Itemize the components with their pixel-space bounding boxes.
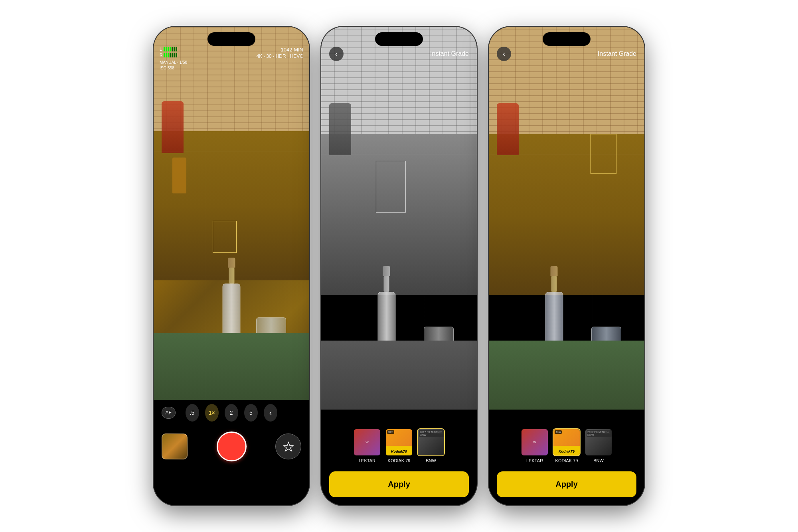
filter-kodiak-warm[interactable]: film Kodiak79 KODIAK 79 [553, 428, 581, 463]
camera-controls: AF .5 1× 2 5 ‹ [154, 400, 309, 505]
camera-screen: L R [154, 27, 309, 505]
kodiak-text-bw: Kodiak79 [391, 449, 407, 453]
phone-filter-warm: ‹ Instant Grade W LEKTAR film [489, 27, 644, 505]
filter-bnw-bw[interactable]: BNW 709 2017 FILM 60 BNW BNW [417, 428, 445, 463]
instant-grade-title-warm: Instant Grade [598, 50, 636, 57]
battery-label: 1042 MIN [257, 47, 303, 53]
bnw-detail-bw: 2017 FILM 60 BNW [419, 430, 444, 437]
meter-bar-dim [170, 53, 171, 57]
bw-scene [321, 27, 477, 410]
meter-label-l: L [160, 47, 163, 51]
filter-header-warm: ‹ Instant Grade [489, 47, 644, 61]
lektar-label-bw: LEKTAR [359, 458, 375, 463]
meter-bar [168, 47, 169, 51]
back-button-warm[interactable]: ‹ [497, 47, 511, 61]
lektar-icon-warm: W [533, 440, 536, 444]
instant-grade-title-bw: Instant Grade [430, 50, 469, 57]
meter-bar-dim [174, 47, 175, 51]
meter-bar [164, 47, 165, 51]
back-button-bw[interactable]: ‹ [329, 47, 344, 61]
filter-screen-bw: ‹ Instant Grade W LEKTAR film [321, 27, 477, 505]
bnw-bg-warm: BNW 709 2017 FILM 60 BNW [585, 429, 612, 455]
kodiak-text-warm: Kodiak79 [559, 449, 575, 453]
zoom-2-button[interactable]: 2 [225, 404, 238, 422]
top-right-info: 1042 MIN 4K · 30 · HDR · HEVC [257, 47, 303, 59]
filter-strip-bw: W LEKTAR film Kodiak79 KODIAK 79 [321, 426, 477, 465]
ai-feature-button[interactable] [275, 433, 301, 459]
meter-bar [166, 47, 167, 51]
film-tag-bw: film [387, 430, 394, 434]
filter-screen-warm: ‹ Instant Grade W LEKTAR film [489, 27, 644, 505]
zoom-controls: AF .5 1× 2 5 ‹ [162, 404, 301, 422]
kodiak-bg-warm: film Kodiak79 [553, 429, 580, 455]
lektar-bg: W [354, 429, 380, 455]
meter-bar [168, 53, 169, 57]
lektar-bg-warm: W [521, 429, 548, 455]
zoom-5-button[interactable]: 5 [244, 404, 258, 422]
zoom-1x-button[interactable]: 1× [205, 404, 219, 422]
lektar-label-warm: LEKTAR [526, 458, 543, 463]
apply-button-bw[interactable]: Apply [329, 471, 469, 497]
dynamic-island [375, 32, 423, 46]
meter-bar-dim [172, 47, 173, 51]
meter-bar [164, 53, 165, 57]
dynamic-island [543, 32, 591, 46]
audio-meter: L R [160, 47, 187, 70]
meter-bar [170, 47, 171, 51]
apply-button-warm[interactable]: Apply [497, 471, 636, 497]
warm-scene [489, 27, 644, 410]
last-photo-thumbnail[interactable] [162, 433, 188, 459]
meter-bar-dim [172, 53, 173, 57]
camera-top-hud: L R [154, 47, 309, 70]
meter-bar [166, 53, 167, 57]
shutter-button[interactable] [217, 432, 247, 461]
kodiak-label-warm: KODIAK 79 [555, 458, 578, 463]
main-controls [162, 432, 301, 461]
film-tag-warm: film [555, 430, 562, 434]
filter-lektar-bw[interactable]: W LEKTAR [353, 428, 381, 463]
more-button[interactable]: ‹ [264, 404, 277, 422]
kodiak-bg-bw: film Kodiak79 [386, 429, 412, 455]
meter-bar-dim [176, 53, 177, 57]
kodiak-thumb-warm: film Kodiak79 [553, 428, 581, 456]
grid-overlay [154, 27, 309, 400]
phone-camera: L R [154, 27, 309, 505]
meter-bar-dim [176, 47, 177, 51]
bnw-label-warm: BNW [593, 458, 604, 463]
bnw-label-bw: BNW [426, 458, 436, 463]
bnw-bg-bw: BNW 709 2017 FILM 60 BNW [418, 429, 444, 455]
phone-filter-bw: ‹ Instant Grade W LEKTAR film [321, 27, 477, 505]
lektar-icon: W [365, 440, 369, 444]
bnw-thumb-bw: BNW 709 2017 FILM 60 BNW [417, 428, 445, 456]
af-button[interactable]: AF [162, 407, 176, 419]
filter-header-bw: ‹ Instant Grade [321, 47, 477, 61]
meter-bar-dim [174, 53, 175, 57]
dynamic-island [207, 32, 255, 46]
kodiak-label-bw: KODIAK 79 [388, 458, 411, 463]
manual-mode-text: MANUAL · 1/50 [160, 60, 187, 65]
lektar-thumb-warm: W [521, 428, 549, 456]
svg-marker-0 [284, 442, 293, 451]
filter-kodiak-bw[interactable]: film Kodiak79 KODIAK 79 [385, 428, 413, 463]
bnw-detail-warm: 2017 FILM 60 BNW [587, 430, 612, 437]
bnw-thumb-warm: BNW 709 2017 FILM 60 BNW [585, 428, 612, 456]
bw-viewfinder [321, 27, 477, 410]
lektar-thumb: W [353, 428, 381, 456]
kodiak-thumb-bw: film Kodiak79 [385, 428, 413, 456]
iso-text: ISO 558 [160, 66, 187, 70]
bw-grid [321, 27, 477, 410]
filter-lektar-warm[interactable]: W LEKTAR [521, 428, 549, 463]
camera-viewfinder [154, 27, 309, 400]
filter-bnw-warm[interactable]: BNW 709 2017 FILM 60 BNW BNW [585, 428, 612, 463]
meter-label-r: R [160, 53, 163, 57]
filter-strip-warm: W LEKTAR film Kodiak79 KODIAK 79 [489, 426, 644, 465]
resolution-label: 4K · 30 · HDR · HEVC [257, 53, 303, 59]
warm-viewfinder [489, 27, 644, 410]
warm-grid [489, 27, 644, 410]
zoom-05-button[interactable]: .5 [186, 404, 199, 422]
